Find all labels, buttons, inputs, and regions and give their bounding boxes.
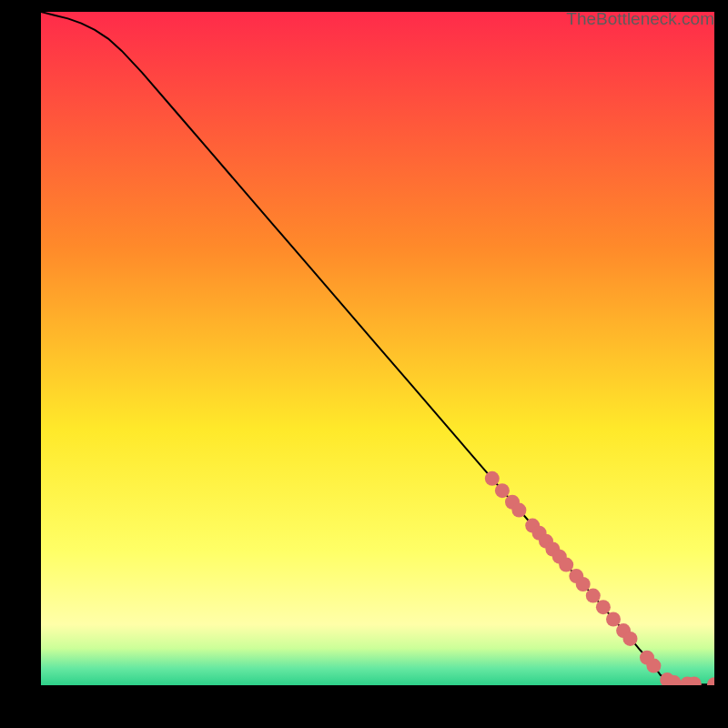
chart-plot	[41, 12, 714, 685]
data-marker	[511, 503, 526, 518]
data-marker	[485, 471, 500, 486]
chart-background-gradient	[41, 12, 714, 685]
chart-frame: TheBottleneck.com	[41, 12, 714, 685]
data-marker	[586, 589, 601, 603]
data-marker	[646, 659, 661, 673]
watermark-text: TheBottleneck.com	[566, 9, 714, 29]
data-marker	[606, 612, 621, 626]
data-marker	[596, 600, 611, 614]
data-marker	[559, 558, 573, 572]
data-marker	[623, 632, 638, 646]
data-marker	[495, 483, 510, 498]
data-marker	[576, 577, 591, 592]
